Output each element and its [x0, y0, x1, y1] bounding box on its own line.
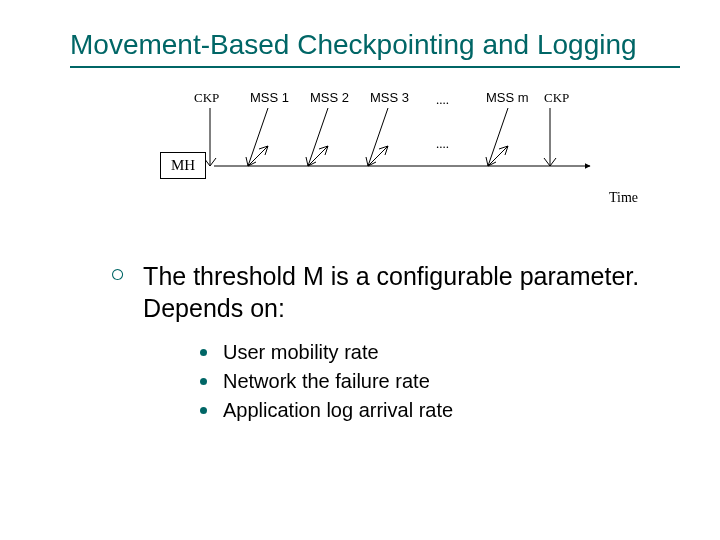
ckp-label-left: CKP: [194, 90, 219, 106]
time-label: Time: [609, 190, 638, 206]
slide: Movement-Based Checkpointing and Logging: [0, 0, 720, 540]
sub-bullet-text: User mobility rate: [223, 341, 379, 364]
list-item: User mobility rate: [200, 341, 680, 364]
dot-bullet-icon: [200, 407, 207, 414]
mss-label-1: MSS 1: [250, 90, 289, 105]
mh-box: MH: [160, 152, 206, 179]
mss-label-2: MSS 2: [310, 90, 349, 105]
mss-label-m: MSS m: [486, 90, 529, 105]
svg-line-9: [488, 108, 508, 166]
circle-bullet-icon: ○: [110, 260, 125, 288]
mss-label-3: MSS 3: [370, 90, 409, 105]
timeline-diagram: CKP MSS 1 MSS 2 MSS 3 .... MSS m CKP ...…: [150, 86, 610, 236]
list-item: Application log arrival rate: [200, 399, 680, 422]
diagram-svg: [150, 86, 620, 236]
svg-line-5: [308, 108, 328, 166]
dots-top: ....: [436, 92, 449, 108]
svg-line-3: [248, 108, 268, 166]
ckp-label-right: CKP: [544, 90, 569, 106]
sub-bullet-text: Network the failure rate: [223, 370, 430, 393]
dot-bullet-icon: [200, 349, 207, 356]
main-bullet: ○ The threshold M is a configurable para…: [110, 260, 680, 325]
sub-bullet-text: Application log arrival rate: [223, 399, 453, 422]
title-underline: [70, 66, 680, 68]
svg-line-7: [368, 108, 388, 166]
body-content: ○ The threshold M is a configurable para…: [110, 260, 680, 422]
dots-mid: ....: [436, 136, 449, 152]
main-bullet-text: The threshold M is a configurable parame…: [143, 260, 680, 325]
dot-bullet-icon: [200, 378, 207, 385]
sub-bullet-list: User mobility rate Network the failure r…: [200, 341, 680, 422]
list-item: Network the failure rate: [200, 370, 680, 393]
page-title: Movement-Based Checkpointing and Logging: [70, 28, 680, 62]
